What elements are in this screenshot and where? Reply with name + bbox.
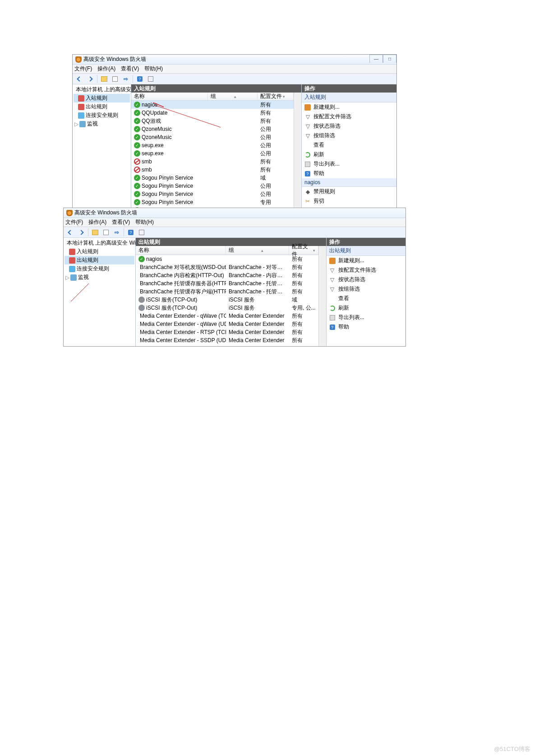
rule-row[interactable]: iSCSI 服务(TCP-Out)iSCSI 服务域 (136, 296, 318, 304)
rule-name: Sogou Pinyin Service (142, 183, 193, 189)
rule-row[interactable]: Media Center Extender - qWave (UD...Medi… (136, 320, 318, 328)
action-item[interactable]: 导出列表... (327, 313, 405, 322)
rules-list[interactable]: ✓nagios所有✓QQUpdate所有✓QQ游戏所有✓QzoneMusic公用… (131, 101, 294, 218)
rule-row[interactable]: smb所有 (131, 166, 294, 174)
rule-row[interactable]: ✓QzoneMusic公用 (131, 133, 294, 141)
action-label: 新建规则... (338, 257, 364, 264)
toolbar-button[interactable] (101, 228, 111, 237)
toolbar-button[interactable] (90, 228, 100, 237)
actions-pane: 操作 出站规则 新建规则...▽按配置文件筛选▽按状态筛选▽按组筛选查看刷新导出… (327, 238, 405, 346)
rules-list[interactable]: ✓nagios所有BranchCache 对等机发现(WSD-Out)Branc… (136, 255, 318, 344)
toolbar-button[interactable] (146, 74, 156, 83)
actions-section-title: nagios (302, 178, 396, 187)
col-profile[interactable]: 配置文件▾ (258, 93, 294, 100)
rule-row[interactable]: BranchCache 托管缓存服务器(HTTP-O...BranchCache… (136, 279, 318, 288)
rule-group: iSCSI 服务 (226, 296, 289, 304)
toolbar-button[interactable]: ⇨ (112, 228, 122, 237)
action-item[interactable]: 查看 (327, 294, 405, 303)
scrollbar[interactable] (294, 93, 301, 218)
tree-item-inbound[interactable]: 入站规则 (64, 247, 134, 256)
col-group[interactable]: 组▴ (226, 246, 289, 255)
col-group[interactable]: 组▴ (208, 93, 258, 100)
rule-row[interactable]: ✓nagios所有 (136, 255, 318, 263)
rule-row[interactable]: smb所有 (131, 158, 294, 166)
rule-row[interactable]: iSCSI 服务(TCP-Out)iSCSI 服务专用, 公... (136, 304, 318, 312)
tree-item-connection[interactable]: 连接安全规则 (64, 264, 134, 273)
back-button[interactable] (74, 74, 84, 83)
menu-view[interactable]: 查看(V) (112, 218, 130, 226)
tree-item-monitor[interactable]: ▷监视 (74, 120, 130, 128)
menu-file[interactable]: 文件(F) (65, 218, 83, 226)
action-item[interactable]: 刷新 (327, 303, 405, 313)
rule-row[interactable]: ✓QQUpdate所有 (131, 109, 294, 117)
tree-item-outbound[interactable]: 出站规则 (64, 256, 134, 264)
action-item[interactable]: ?帮助 (327, 322, 405, 332)
action-item[interactable]: ?帮助 (302, 169, 396, 178)
tree-item-monitor[interactable]: ▷监视 (64, 273, 134, 282)
action-item[interactable]: ✂剪切 (302, 196, 396, 206)
forward-button[interactable] (85, 74, 95, 83)
rule-row[interactable]: ✓Sogou Pinyin Service公用 (131, 182, 294, 190)
help-button[interactable]: ? (135, 74, 145, 83)
menu-view[interactable]: 查看(V) (121, 65, 139, 73)
action-item[interactable]: ▽按状态筛选 (327, 275, 405, 284)
rule-row[interactable]: Media Center Extender - RTSP (TCP-...Med… (136, 328, 318, 336)
tree-root[interactable]: 本地计算机 上的高级安全 Win (74, 85, 130, 94)
rule-row[interactable]: Media Center Extender - SSDP (UDP-...Med… (136, 336, 318, 344)
col-profile[interactable]: 配置文件▾ (289, 246, 318, 255)
rule-row[interactable]: ✓Sogou Pinyin Service域 (131, 174, 294, 182)
toolbar-button[interactable] (137, 228, 147, 237)
minimize-button[interactable]: — (369, 55, 383, 63)
rule-row[interactable]: ✓QzoneMusic公用 (131, 125, 294, 133)
rule-row[interactable]: BranchCache 内容检索(HTTP-Out)BranchCache - … (136, 271, 318, 279)
rule-row[interactable]: ✓seup.exe公用 (131, 141, 294, 149)
rule-row[interactable]: ✓Sogou Pinyin Service公用 (131, 190, 294, 198)
tree-item-inbound[interactable]: 入站规则 (74, 94, 130, 102)
column-headers[interactable]: 名称 组▴ 配置文件▾ (136, 246, 318, 255)
rule-row[interactable]: ✓nagios所有 (131, 101, 294, 109)
tree-item-outbound[interactable]: 出站规则 (74, 102, 130, 111)
tree-item-connection[interactable]: 连接安全规则 (74, 111, 130, 120)
action-icon: ▽ (304, 114, 311, 120)
action-item[interactable]: ▽按配置文件筛选 (302, 112, 396, 121)
maximize-button[interactable]: □ (383, 55, 396, 63)
menu-action[interactable]: 操作(A) (88, 218, 106, 226)
rule-row[interactable]: ✓seup.exe公用 (131, 149, 294, 158)
help-button[interactable]: ? (126, 228, 136, 237)
action-icon (329, 305, 336, 311)
tree-root[interactable]: 本地计算机 上的高级安全 Win (64, 239, 134, 247)
rule-row[interactable]: ✓QQ游戏所有 (131, 117, 294, 125)
menu-help[interactable]: 帮助(H) (144, 65, 163, 73)
action-item[interactable]: ▽按状态筛选 (302, 121, 396, 131)
action-item[interactable]: ◆禁用规则 (302, 187, 396, 196)
rule-group: Media Center Extender (226, 313, 289, 319)
forward-button[interactable] (76, 228, 86, 237)
col-name[interactable]: 名称 (131, 93, 208, 100)
col-name[interactable]: 名称 (136, 246, 226, 255)
column-headers[interactable]: 名称 组▴ 配置文件▾ (131, 93, 294, 101)
action-item[interactable]: 新建规则... (302, 102, 396, 112)
menu-help[interactable]: 帮助(H) (135, 218, 154, 226)
toolbar-button[interactable]: ⇨ (121, 74, 131, 83)
back-button[interactable] (65, 228, 75, 237)
action-item[interactable]: 导出列表... (302, 159, 396, 169)
menu-action[interactable]: 操作(A) (97, 65, 115, 73)
action-item[interactable]: 新建规则... (327, 256, 405, 265)
toolbar-button[interactable] (99, 74, 109, 83)
action-item[interactable]: ▽按组筛选 (302, 131, 396, 140)
action-item[interactable]: ▽按组筛选 (327, 284, 405, 294)
rule-row[interactable]: Media Center Extender - qWave (TCP...Med… (136, 312, 318, 320)
rule-row[interactable]: ✓Sogou Pinyin Service专用 (131, 198, 294, 206)
action-icon: ▽ (329, 277, 336, 283)
action-item[interactable]: 查看 (302, 140, 396, 150)
titlebar[interactable]: 高级安全 Windows 防火墙 (64, 208, 405, 218)
titlebar[interactable]: 高级安全 Windows 防火墙 — □ (73, 55, 396, 65)
rule-row[interactable]: BranchCache 对等机发现(WSD-Out)BranchCache - … (136, 263, 318, 271)
action-item[interactable]: ▽按配置文件筛选 (327, 265, 405, 275)
menu-file[interactable]: 文件(F) (74, 65, 92, 73)
rule-row[interactable]: BranchCache 托管缓存客户端(HTTP-O...BranchCache… (136, 288, 318, 296)
toolbar-button[interactable] (110, 74, 120, 83)
action-label: 帮助 (313, 170, 324, 177)
scrollbar[interactable] (318, 246, 326, 346)
action-item[interactable]: 刷新 (302, 150, 396, 159)
